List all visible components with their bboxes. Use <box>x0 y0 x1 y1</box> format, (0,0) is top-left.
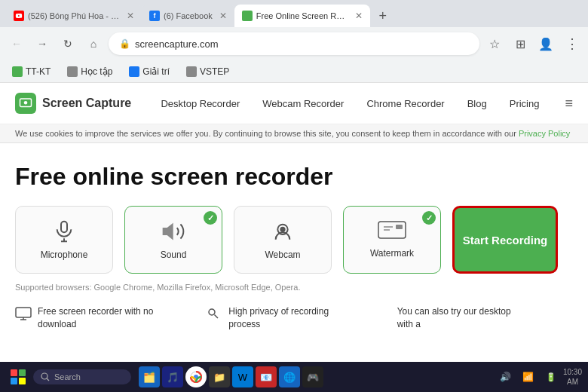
taskbar-app-4[interactable]: 📁 <box>209 366 230 387</box>
taskbar-app-6[interactable]: 📧 <box>256 366 277 387</box>
bookmark-button[interactable]: ☆ <box>484 33 505 54</box>
nav-more[interactable]: ≡ <box>565 96 573 112</box>
tab-screencapture[interactable]: Free Online Screen Recorde... ✕ <box>234 5 370 27</box>
tab-bar: (526) Bóng Phú Hoa - Yo... ✕ f (6) Faceb… <box>0 0 588 27</box>
tab-screencapture-close[interactable]: ✕ <box>355 11 363 21</box>
tab-screencapture-label: Free Online Screen Recorde... <box>256 11 348 20</box>
address-input[interactable]: 🔒 screencapture.com <box>109 32 479 55</box>
webcam-icon <box>271 219 295 243</box>
start-recording-button[interactable]: Start Recording <box>452 206 558 274</box>
taskbar-chrome[interactable] <box>185 366 207 387</box>
option-microphone[interactable]: Microphone <box>15 206 113 274</box>
bookmarks-bar: TT-KT Học tập Giải trí VSTEP <box>0 60 588 83</box>
taskbar-app-8[interactable]: 🎮 <box>302 366 323 387</box>
extensions-button[interactable]: ⊞ <box>510 33 531 54</box>
svg-rect-6 <box>378 222 406 238</box>
feature-no-download: Free screen recorder with nodownload <box>15 305 191 331</box>
sound-label: Sound <box>161 250 187 260</box>
start-menu-button[interactable] <box>6 365 30 389</box>
features-row: Free screen recorder with nodownload Hig… <box>15 305 573 331</box>
bookmark-hoc-tap[interactable]: Học tập <box>63 65 117 78</box>
option-sound[interactable]: ✓ Sound <box>124 206 222 274</box>
taskbar-search-icon <box>41 372 50 381</box>
bookmark-tt-kt[interactable]: TT-KT <box>8 65 55 78</box>
hero-section: Free online screen recorder Microphone ✓… <box>0 143 588 342</box>
back-button[interactable]: ← <box>6 33 27 54</box>
feature-privacy: High privacy of recordingprocess <box>206 305 381 331</box>
bookmark-giai-tri-label: Giải trí <box>142 66 170 77</box>
hero-title: Free online screen recorder <box>15 162 573 191</box>
nav-blog[interactable]: Blog <box>467 98 487 109</box>
nav-chrome-recorder[interactable]: Chrome Recorder <box>366 98 444 109</box>
bookmark-tt-kt-label: TT-KT <box>26 66 51 77</box>
refresh-button[interactable]: ↻ <box>57 33 78 54</box>
tray-icon-1[interactable]: 🔊 <box>495 366 516 387</box>
bookmark-tt-kt-icon <box>12 66 23 77</box>
tray-icon-2[interactable]: 📶 <box>518 366 539 387</box>
website-content: Screen Capture Desktop Recorder Webcam R… <box>0 83 588 342</box>
tray-icon-3[interactable]: 🔋 <box>541 366 562 387</box>
watermark-icon <box>378 221 406 242</box>
profile-button[interactable]: 👤 <box>535 33 556 54</box>
watermark-label: Watermark <box>370 248 414 259</box>
option-watermark[interactable]: ✓ Watermark <box>343 206 441 274</box>
nav-desktop-recorder[interactable]: Desktop Recorder <box>161 98 240 109</box>
bookmark-vstep-label: VSTEP <box>200 66 229 77</box>
svg-line-14 <box>215 315 219 319</box>
taskbar-search-text: Search <box>54 372 81 381</box>
microphone-icon <box>52 219 76 243</box>
bookmark-vstep[interactable]: VSTEP <box>182 65 234 78</box>
taskbar-search[interactable]: Search <box>33 369 131 384</box>
forward-button[interactable]: → <box>32 33 53 54</box>
windows-icon <box>11 369 26 384</box>
svg-rect-10 <box>16 308 31 317</box>
svg-line-16 <box>47 378 49 381</box>
privacy-policy-link[interactable]: Privacy Policy <box>519 129 570 138</box>
tab-facebook-close[interactable]: ✕ <box>219 11 227 21</box>
bookmark-giai-tri[interactable]: Giải trí <box>124 65 174 78</box>
site-logo[interactable]: Screen Capture <box>15 93 131 114</box>
nav-pricing[interactable]: Pricing <box>510 98 540 109</box>
supported-browsers: Supported browsers: Google Chrome, Mozil… <box>15 283 573 292</box>
new-tab-button[interactable]: + <box>373 6 393 26</box>
taskbar-app-5[interactable]: W <box>232 366 253 387</box>
logo-icon <box>15 93 36 114</box>
browser-chrome: (526) Bóng Phú Hoa - Yo... ✕ f (6) Faceb… <box>0 0 588 83</box>
taskbar-app-2[interactable]: 🎵 <box>162 366 183 387</box>
menu-button[interactable]: ⋮ <box>561 33 582 54</box>
svg-rect-9 <box>396 225 403 229</box>
svg-marker-3 <box>164 225 173 239</box>
svg-point-15 <box>41 373 47 379</box>
youtube-favicon <box>14 11 24 21</box>
bookmark-vstep-icon <box>186 66 197 77</box>
start-recording-label: Start Recording <box>463 233 548 248</box>
tab-youtube-close[interactable]: ✕ <box>127 11 134 21</box>
sound-check: ✓ <box>204 211 217 225</box>
bookmark-giai-tri-icon <box>129 66 139 77</box>
svg-point-13 <box>209 309 215 315</box>
nav-webcam-recorder[interactable]: Webcam Recorder <box>262 98 344 109</box>
sound-icon <box>161 219 185 243</box>
watermark-check: ✓ <box>422 211 436 225</box>
address-bar: ← → ↻ ⌂ 🔒 screencapture.com ☆ ⊞ 👤 ⋮ <box>0 27 588 60</box>
home-button[interactable]: ⌂ <box>83 33 104 54</box>
taskbar-clock: 10:30 AM <box>563 367 582 387</box>
webcam-label: Webcam <box>265 250 300 260</box>
tab-youtube-label: (526) Bóng Phú Hoa - Yo... <box>28 11 120 20</box>
taskbar-pinned-apps: 🗂️ 🎵 📁 W 📧 🌐 🎮 <box>139 366 323 387</box>
microphone-label: Microphone <box>41 250 88 260</box>
tab-youtube[interactable]: (526) Bóng Phú Hoa - Yo... ✕ <box>6 5 142 27</box>
taskbar: Search 🗂️ 🎵 📁 W 📧 🌐 🎮 🔊 📶 🔋 10:30 AM <box>0 362 588 392</box>
option-webcam[interactable]: Webcam <box>234 206 332 274</box>
svg-point-5 <box>280 228 284 231</box>
svg-rect-2 <box>61 222 67 233</box>
feature-no-download-text: Free screen recorder with nodownload <box>38 305 153 331</box>
facebook-favicon: f <box>149 11 160 21</box>
tab-facebook[interactable]: f (6) Facebook ✕ <box>142 5 234 27</box>
cookie-text: We use cookies to improve the services w… <box>15 129 570 138</box>
taskbar-app-1[interactable]: 🗂️ <box>139 366 160 387</box>
tab-facebook-label: (6) Facebook <box>164 11 213 20</box>
taskbar-app-7[interactable]: 🌐 <box>279 366 300 387</box>
taskbar-system-tray: 🔊 📶 🔋 10:30 AM <box>495 366 582 387</box>
lock-icon: 🔒 <box>119 38 130 49</box>
